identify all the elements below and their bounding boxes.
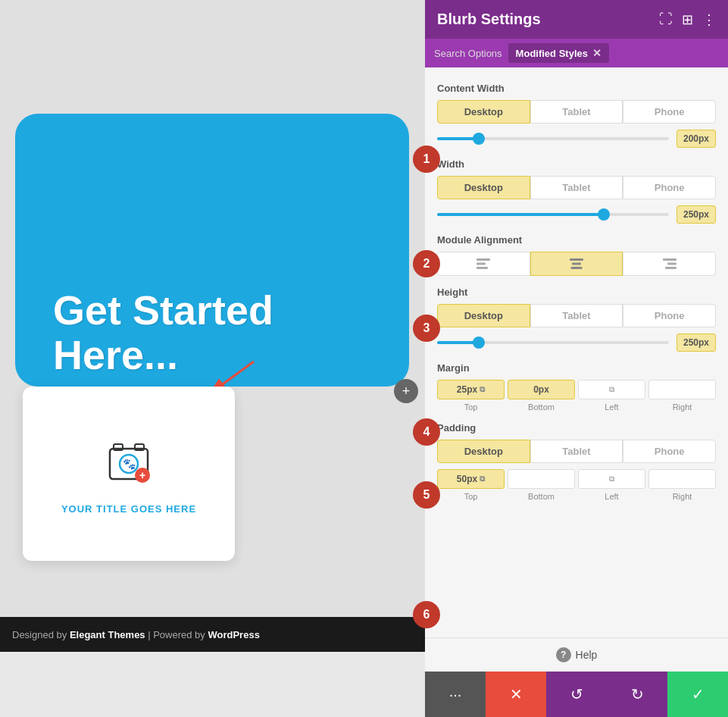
- padding-top-field[interactable]: 50px ⧉: [437, 469, 505, 489]
- padding-bottom-label: Bottom: [508, 492, 575, 501]
- tab-tablet-w[interactable]: Tablet: [530, 176, 623, 199]
- panel-toolbar: Search Options Modified Styles ✕: [425, 39, 728, 67]
- svg-text:🐾: 🐾: [123, 458, 136, 471]
- margin-grid-wrapper: 25px ⧉ 0px ⧉ Top Bottom Left Right: [437, 380, 716, 412]
- footer-brand2: WordPress: [208, 629, 259, 640]
- width-value[interactable]: 250px: [676, 205, 716, 224]
- footer: Designed by Elegant Themes | Powered by …: [0, 617, 425, 652]
- tab-tablet-cw[interactable]: Tablet: [530, 100, 623, 124]
- height-value[interactable]: 250px: [676, 333, 716, 352]
- height-thumb[interactable]: [473, 337, 485, 349]
- tab-desktop-w[interactable]: Desktop: [437, 176, 530, 199]
- width-slider[interactable]: [437, 213, 669, 216]
- panel-title: Blurb Settings: [437, 11, 541, 28]
- margin-bottom-value: 0px: [533, 384, 549, 395]
- step-badge-5: 5: [413, 481, 440, 509]
- save-button[interactable]: ✓: [667, 672, 728, 717]
- content-width-thumb[interactable]: [473, 133, 485, 145]
- height-slider[interactable]: [437, 341, 669, 344]
- help-icon: ?: [556, 647, 571, 662]
- margin-bottom-label: Bottom: [508, 402, 575, 412]
- margin-top-value: 25px: [457, 384, 477, 395]
- padding-left-field[interactable]: ⧉: [578, 469, 645, 489]
- help-button[interactable]: ? Help: [556, 647, 598, 662]
- margin-top-link: ⧉: [480, 385, 485, 394]
- svg-rect-10: [476, 263, 486, 265]
- canvas-area: Get StartedHere... 🐾 + YOUR TITLE GOES H…: [0, 0, 425, 652]
- svg-rect-12: [570, 258, 583, 261]
- tab-desktop-h[interactable]: Desktop: [437, 304, 530, 327]
- settings-panel: Blurb Settings ⛶ ⊞ ⋮ Search Options Modi…: [425, 0, 728, 717]
- margin-left-link: ⧉: [609, 385, 614, 394]
- more-options-button[interactable]: ···: [425, 672, 486, 717]
- margin-left-label: Left: [578, 402, 645, 412]
- content-width-label: Content Width: [437, 83, 716, 94]
- search-options-button[interactable]: Search Options: [434, 48, 502, 59]
- svg-rect-11: [476, 267, 488, 269]
- blurb-image: 🐾 +: [98, 434, 159, 494]
- height-label: Height: [437, 286, 716, 298]
- margin-label: Margin: [437, 362, 716, 374]
- padding-top-value: 50px: [457, 474, 477, 484]
- padding-fields: 50px ⧉ ⧉: [437, 469, 716, 489]
- width-thumb[interactable]: [598, 208, 610, 221]
- undo-button[interactable]: ↺: [546, 672, 607, 717]
- svg-rect-9: [476, 258, 490, 261]
- align-center-button[interactable]: [530, 252, 623, 276]
- svg-rect-13: [572, 263, 581, 265]
- tab-phone-w[interactable]: Phone: [623, 176, 716, 199]
- add-module-button[interactable]: +: [394, 379, 418, 403]
- content-width-slider[interactable]: [437, 137, 669, 140]
- tab-desktop-p[interactable]: Desktop: [437, 440, 530, 463]
- height-device-tabs: Desktop Tablet Phone: [437, 304, 716, 327]
- svg-rect-15: [663, 258, 676, 261]
- padding-bottom-field[interactable]: [508, 469, 575, 489]
- tab-tablet-h[interactable]: Tablet: [530, 304, 623, 327]
- tab-phone-h[interactable]: Phone: [623, 304, 716, 327]
- tab-phone-cw[interactable]: Phone: [623, 100, 716, 124]
- width-label: Width: [437, 158, 716, 170]
- footer-brand1: Elegant Themes: [70, 629, 145, 640]
- margin-left-field[interactable]: ⧉: [578, 380, 645, 399]
- fullscreen-icon[interactable]: ⛶: [659, 11, 673, 27]
- padding-label: Padding: [437, 422, 716, 434]
- tab-phone-p[interactable]: Phone: [623, 440, 716, 463]
- svg-rect-17: [665, 267, 676, 269]
- blurb-title: YOUR TITLE GOES HERE: [61, 503, 196, 515]
- svg-text:+: +: [139, 469, 145, 481]
- svg-rect-16: [667, 263, 676, 265]
- tab-desktop-cw[interactable]: Desktop: [437, 100, 530, 124]
- margin-top-field[interactable]: 25px ⧉: [437, 380, 505, 399]
- content-width-value[interactable]: 200px: [676, 130, 716, 148]
- modified-styles-close[interactable]: ✕: [592, 47, 601, 59]
- padding-top-label: Top: [437, 492, 505, 501]
- padding-right-field[interactable]: [648, 469, 716, 489]
- width-fill: [437, 213, 604, 216]
- margin-right-field[interactable]: [648, 380, 716, 399]
- step-badge-6: 6: [413, 601, 440, 628]
- padding-left-label: Left: [578, 492, 645, 501]
- margin-right-label: Right: [648, 402, 716, 412]
- align-right-button[interactable]: [623, 252, 716, 276]
- redo-button[interactable]: ↻: [607, 672, 667, 717]
- svg-rect-14: [571, 267, 583, 269]
- step-badge-4: 4: [413, 418, 440, 446]
- margin-bottom-field[interactable]: 0px: [508, 380, 575, 399]
- step-badge-3: 3: [413, 315, 440, 342]
- panel-header-icons: ⛶ ⊞ ⋮: [659, 11, 716, 28]
- padding-right-label: Right: [648, 492, 716, 501]
- panel-actions: ··· ✕ ↺ ↻ ✓: [425, 672, 728, 717]
- padding-left-link: ⧉: [609, 474, 614, 484]
- blurb-card: 🐾 + YOUR TITLE GOES HERE: [23, 387, 235, 561]
- modified-styles-label: Modified Styles: [516, 48, 588, 59]
- more-icon[interactable]: ⋮: [702, 11, 716, 28]
- cancel-button[interactable]: ✕: [486, 672, 546, 717]
- margin-top-label: Top: [437, 402, 505, 412]
- module-alignment-label: Module Alignment: [437, 234, 716, 246]
- margin-labels: Top Bottom Left Right: [437, 402, 716, 412]
- align-left-button[interactable]: [437, 252, 530, 276]
- tab-tablet-p[interactable]: Tablet: [530, 440, 623, 463]
- columns-icon[interactable]: ⊞: [682, 11, 693, 28]
- help-label: Help: [576, 649, 598, 661]
- modified-styles-badge: Modified Styles ✕: [508, 43, 609, 63]
